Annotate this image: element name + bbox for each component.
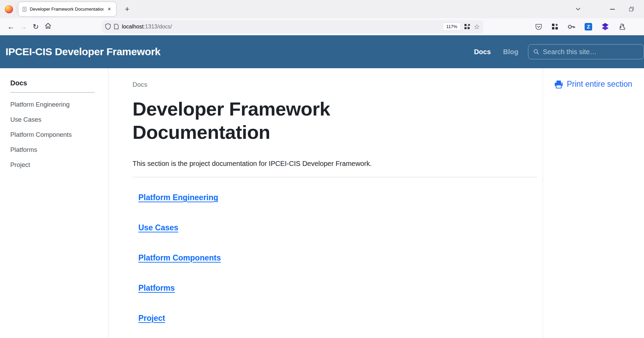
url-text[interactable]: localhost:1313/docs/ [122,24,440,30]
section-link-list: Platform Engineering Use Cases Platform … [133,193,537,323]
new-tab-button[interactable]: + [122,5,132,14]
url-host: localhost [122,24,143,29]
sidebar-divider [10,92,95,93]
url-bar[interactable]: localhost:1313/docs/ 117% ☆ [102,20,483,33]
password-key-icon[interactable] [567,24,576,29]
tab-close-icon[interactable]: ✕ [106,6,113,12]
print-section-label: Print entire section [567,80,632,89]
breadcrumb[interactable]: Docs [133,81,537,88]
pocket-icon[interactable] [535,23,542,31]
list-all-tabs-chevron-icon[interactable] [576,8,580,11]
docs-sidebar: Docs Platform Engineering Use Cases Plat… [0,68,108,338]
back-button[interactable]: ← [5,23,17,31]
tab-bar: Developer Framework Documentation ✕ + [0,0,644,18]
main-content: Docs Developer Framework Documentation T… [108,68,543,338]
browser-toolbar: ← → ↻ localhost:1313/docs/ 117% ☆ [0,18,644,35]
section-link-platforms[interactable]: Platforms [138,283,175,292]
section-link-project[interactable]: Project [138,314,165,323]
reload-button[interactable]: ↻ [30,23,42,31]
urlbar-extension-icon[interactable] [464,23,471,30]
nav-link-docs[interactable]: Docs [474,48,491,56]
zotero-extension-icon[interactable]: Z [585,23,592,31]
extension-grid-plus-icon[interactable] [551,23,559,30]
sidebar-heading[interactable]: Docs [10,79,101,87]
sidebar-item-platforms[interactable]: Platforms [10,146,101,154]
url-path: :1313/docs/ [143,24,172,29]
minimize-button[interactable] [610,9,615,10]
puzzle-extensions-icon[interactable] [618,23,626,31]
site-navbar: IPCEI-CIS Developer Framework Docs Blog [0,35,644,68]
right-rail: Print entire section [543,68,644,338]
restore-window-button[interactable] [629,7,634,11]
firefox-logo-icon [5,5,13,13]
section-link-platform-engineering[interactable]: Platform Engineering [138,193,218,202]
toolbar-extensions-area: Z [535,23,626,31]
sidebar-item-platform-components[interactable]: Platform Components [10,131,101,139]
sidebar-item-platform-engineering[interactable]: Platform Engineering [10,100,101,109]
site-search-box[interactable] [528,44,644,59]
home-button[interactable] [42,23,54,31]
printer-icon [554,80,563,89]
section-link-use-cases[interactable]: Use Cases [138,223,178,232]
tab-title: Developer Framework Documentation [30,7,103,12]
page-body: Docs Platform Engineering Use Cases Plat… [0,68,644,338]
layers-extension-icon[interactable] [601,23,609,31]
intro-paragraph: This section is the project documentatio… [133,160,537,168]
window-controls [576,7,644,11]
site-brand[interactable]: IPCEI-CIS Developer Framework [5,46,160,58]
tab-separator [16,5,16,14]
search-icon [533,48,539,55]
page-info-icon[interactable] [114,24,119,29]
forward-button[interactable]: → [17,23,30,31]
zoom-level-button[interactable]: 117% [443,23,461,31]
nav-link-blog[interactable]: Blog [503,48,518,56]
tracking-shield-icon[interactable] [105,23,111,30]
page-favicon-icon [22,7,27,12]
browser-tab[interactable]: Developer Framework Documentation ✕ [19,2,116,16]
sidebar-item-use-cases[interactable]: Use Cases [10,116,101,124]
site-search-input[interactable] [543,48,639,56]
sidebar-item-project[interactable]: Project [10,161,101,169]
sidebar-nav-list: Platform Engineering Use Cases Platform … [10,100,101,169]
content-divider [133,177,537,177]
section-link-platform-components[interactable]: Platform Components [138,253,221,262]
browser-window: Developer Framework Documentation ✕ + ← … [0,0,644,338]
bookmark-star-icon[interactable]: ☆ [474,23,480,31]
print-section-link[interactable]: Print entire section [554,80,644,89]
page-title: Developer Framework Documentation [133,97,438,144]
